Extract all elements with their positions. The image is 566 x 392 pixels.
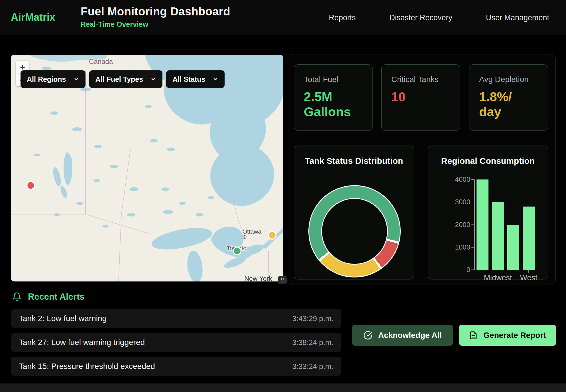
y-tick-label: 2000 (446, 221, 470, 229)
regional-consumption-bar-chart[interactable]: 01000200030004000MidwestWest (428, 146, 548, 280)
stat-label: Critical Tanks (391, 75, 450, 84)
donut-hole (321, 198, 388, 265)
regional-consumption-chart-card: Regional Consumption 01000200030004000Mi… (428, 146, 548, 279)
generate-report-label: Generate Report (483, 331, 546, 340)
stat-card-total-fuel: Total Fuel 2.5MGallons (294, 64, 373, 131)
y-tick-label: 3000 (446, 198, 470, 206)
alert-text: Tank 27: Low fuel warning triggered (19, 338, 145, 347)
recent-alerts-title: Recent Alerts (28, 292, 85, 302)
map-canvas[interactable]: Canada Ottawa Toronto New York + − All R… (11, 55, 283, 281)
y-tick-label: 4000 (446, 175, 470, 183)
x-tick-mark (528, 270, 529, 273)
stat-card-critical-tanks: Critical Tanks 10 (381, 64, 460, 131)
status-filter-select[interactable]: All Status (166, 70, 225, 88)
y-tick-mark (471, 270, 474, 270)
generate-report-button[interactable]: Generate Report (459, 325, 556, 346)
bar-region-1 (477, 179, 488, 270)
chevron-down-icon (74, 76, 79, 82)
alert-time: 3:38:24 p.m. (292, 338, 333, 347)
tank-marker-critical[interactable] (27, 182, 35, 189)
y-tick-mark (471, 247, 474, 248)
main-nav: Reports Disaster Recovery User Managemen… (329, 0, 549, 35)
status-filter-value: All Status (172, 75, 205, 83)
alert-time: 3:33:24 p.m. (292, 362, 333, 371)
map-label-canada: Canada (89, 58, 113, 65)
map-label-newyork: New York (244, 275, 272, 281)
page-subtitle: Real-Time Overview (81, 20, 230, 28)
fuel-type-filter-value: All Fuel Types (95, 75, 143, 83)
acknowledge-all-button[interactable]: Acknowledge All (352, 325, 453, 346)
bottom-strip (0, 383, 566, 392)
overview-panel: Total Fuel 2.5MGallons Critical Tanks 10… (287, 54, 556, 285)
tank-status-donut-chart[interactable] (308, 185, 401, 277)
alert-time: 3:43:29 p.m. (292, 314, 333, 323)
x-tick-mark (498, 270, 498, 273)
stat-value: 10 (391, 89, 450, 104)
nav-disaster-recovery[interactable]: Disaster Recovery (389, 13, 452, 22)
tank-marker-warning[interactable] (268, 232, 276, 239)
tank-marker-normal[interactable] (233, 247, 241, 255)
x-category-label: West (520, 273, 537, 282)
report-document-icon (469, 331, 478, 340)
nav-user-management[interactable]: User Management (486, 13, 549, 22)
resize-grip-icon[interactable]: ⠿ (278, 276, 287, 284)
y-tick-mark (471, 202, 474, 202)
map-image: Canada Ottawa Toronto New York (11, 55, 283, 281)
x-category-label: Midwest (484, 273, 512, 282)
alert-row: Tank 27: Low fuel warning triggered 3:38… (11, 333, 341, 352)
recent-alerts-header: Recent Alerts (12, 292, 85, 302)
stat-value: 1.8%/day (479, 89, 538, 119)
alert-row: Tank 2: Low fuel warning 3:43:29 p.m. (11, 309, 341, 328)
alert-row: Tank 15: Pressure threshold exceeded 3:3… (11, 357, 341, 376)
map-filters: All Regions All Fuel Types All Status (21, 70, 225, 88)
acknowledge-all-label: Acknowledge All (378, 331, 442, 340)
title-block: Fuel Monitoring Dashboard Real-Time Over… (81, 5, 230, 28)
app-header: AirMatrix Fuel Monitoring Dashboard Real… (0, 0, 566, 35)
alert-text: Tank 2: Low fuel warning (19, 314, 107, 323)
brand-logo: AirMatrix (11, 11, 55, 23)
stat-label: Total Fuel (304, 75, 363, 84)
bar-Midwest (492, 202, 504, 270)
page-title: Fuel Monitoring Dashboard (81, 5, 230, 18)
stat-label: Avg Depletion (479, 75, 538, 84)
y-tick-mark (471, 179, 474, 180)
map-label-ottawa: Ottawa (243, 228, 262, 235)
check-circle-icon (363, 331, 372, 340)
chevron-down-icon (213, 76, 218, 82)
bar-West (523, 207, 535, 270)
fuel-type-filter-select[interactable]: All Fuel Types (89, 70, 163, 88)
bell-icon (12, 292, 22, 302)
y-axis (474, 179, 475, 270)
donut-chart-title: Tank Status Distribution (294, 156, 414, 166)
nav-reports[interactable]: Reports (329, 13, 356, 22)
bar-region-3 (507, 225, 519, 270)
alert-text: Tank 15: Pressure threshold exceeded (19, 362, 155, 371)
stat-card-avg-depletion: Avg Depletion 1.8%/day (469, 64, 548, 131)
region-filter-select[interactable]: All Regions (21, 70, 85, 88)
tank-status-chart-card: Tank Status Distribution (294, 146, 414, 279)
region-filter-value: All Regions (27, 75, 66, 83)
chevron-down-icon (150, 76, 156, 82)
stat-value: 2.5MGallons (304, 89, 363, 119)
y-tick-label: 0 (446, 266, 470, 274)
y-tick-mark (471, 224, 474, 225)
x-axis (474, 270, 538, 270)
y-tick-label: 1000 (446, 243, 470, 251)
